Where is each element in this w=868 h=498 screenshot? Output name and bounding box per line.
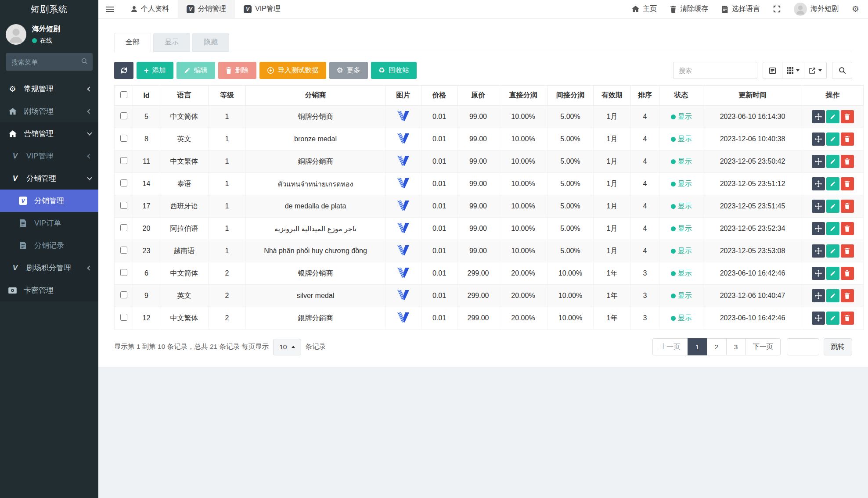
col-distributor[interactable]: 分销商 (246, 86, 385, 106)
col-status[interactable]: 状态 (659, 86, 703, 106)
row-delete-button[interactable] (841, 267, 854, 280)
row-checkbox[interactable] (120, 157, 127, 164)
sidebar-toggle-button[interactable] (98, 0, 122, 18)
sidebar-item-theater-points[interactable]: V 剧场积分管理 (0, 257, 98, 279)
status-badge[interactable]: 显示 (671, 291, 692, 301)
filter-tab-show[interactable]: 显示 (153, 33, 190, 52)
sidebar-item-vip-order[interactable]: VIP订单 (0, 212, 98, 234)
row-checkbox[interactable] (120, 247, 127, 254)
export-button[interactable] (804, 62, 827, 79)
row-move-button[interactable] (812, 267, 825, 280)
edit-button[interactable]: 编辑 (176, 62, 215, 79)
distributor-image[interactable] (397, 268, 409, 278)
page-button-1[interactable]: 1 (688, 338, 707, 355)
row-edit-button[interactable] (826, 110, 839, 123)
select-all-checkbox[interactable] (120, 91, 127, 98)
settings-button[interactable]: ⚙ (852, 5, 859, 13)
sidebar-item-vip[interactable]: V VIP管理 (0, 145, 98, 167)
status-badge[interactable]: 显示 (671, 202, 692, 211)
row-delete-button[interactable] (841, 312, 854, 325)
sidebar-item-general[interactable]: ⚙ 常规管理 (0, 78, 98, 100)
row-edit-button[interactable] (826, 133, 839, 146)
row-move-button[interactable] (812, 312, 825, 325)
col-image[interactable]: 图片 (385, 86, 421, 106)
sidebar-item-marketing[interactable]: 营销管理 (0, 122, 98, 145)
row-checkbox[interactable] (120, 135, 127, 142)
status-badge[interactable]: 显示 (671, 247, 692, 256)
add-button[interactable]: +添加 (137, 62, 173, 79)
page-jump-button[interactable]: 跳转 (824, 338, 852, 355)
row-checkbox[interactable] (120, 112, 127, 119)
distributor-image[interactable] (397, 290, 409, 300)
row-delete-button[interactable] (841, 289, 854, 302)
status-badge[interactable]: 显示 (671, 179, 692, 189)
language-select-link[interactable]: 选择语言 (721, 4, 760, 14)
clear-cache-link[interactable]: 清除缓存 (670, 4, 708, 14)
fullscreen-button[interactable] (773, 5, 781, 13)
row-checkbox[interactable] (120, 314, 127, 321)
col-direct-share[interactable]: 直接分润 (499, 86, 547, 106)
row-edit-button[interactable] (826, 289, 839, 302)
row-edit-button[interactable] (826, 267, 839, 280)
status-badge[interactable]: 显示 (671, 157, 692, 166)
row-checkbox[interactable] (120, 269, 127, 276)
row-delete-button[interactable] (841, 177, 854, 190)
row-move-button[interactable] (812, 200, 825, 213)
col-sort[interactable]: 排序 (631, 86, 659, 106)
row-move-button[interactable] (812, 155, 825, 168)
filter-tab-all[interactable]: 全部 (114, 33, 151, 52)
col-price[interactable]: 价格 (421, 86, 457, 106)
page-button-2[interactable]: 2 (707, 338, 727, 355)
prev-page-button[interactable]: 上一页 (652, 338, 688, 355)
detail-view-button[interactable] (763, 62, 782, 79)
col-updated[interactable]: 更新时间 (703, 86, 802, 106)
col-language[interactable]: 语言 (160, 86, 209, 106)
distributor-image[interactable] (397, 245, 409, 255)
page-jump-input[interactable] (787, 338, 819, 355)
row-edit-button[interactable] (826, 155, 839, 168)
row-checkbox[interactable] (120, 224, 127, 231)
col-original-price[interactable]: 原价 (457, 86, 499, 106)
distributor-image[interactable] (397, 201, 409, 211)
row-edit-button[interactable] (826, 312, 839, 325)
menu-search-input[interactable] (6, 53, 93, 71)
distributor-image[interactable] (397, 111, 409, 121)
row-delete-button[interactable] (841, 222, 854, 235)
row-move-button[interactable] (812, 110, 825, 123)
col-validity[interactable]: 有效期 (594, 86, 631, 106)
col-level[interactable]: 等级 (209, 86, 246, 106)
row-checkbox[interactable] (120, 291, 127, 298)
row-delete-button[interactable] (841, 133, 854, 146)
row-edit-button[interactable] (826, 177, 839, 190)
topbar-user[interactable]: 海外短剧 (794, 3, 839, 16)
sidebar-item-distribution-record[interactable]: 分销记录 (0, 234, 98, 257)
distributor-image[interactable] (397, 133, 409, 143)
tab-vip[interactable]: V VIP管理 (235, 0, 289, 18)
tab-distribution[interactable]: V 分销管理 (178, 0, 235, 18)
row-edit-button[interactable] (826, 200, 839, 213)
tab-profile[interactable]: 个人资料 (122, 0, 178, 18)
row-edit-button[interactable] (826, 244, 839, 258)
row-delete-button[interactable] (841, 155, 854, 168)
sidebar-item-card-key[interactable]: 卡密管理 (0, 279, 98, 301)
distributor-image[interactable] (397, 223, 409, 233)
row-move-button[interactable] (812, 177, 825, 190)
status-badge[interactable]: 显示 (671, 314, 692, 323)
row-checkbox[interactable] (120, 179, 127, 186)
status-badge[interactable]: 显示 (671, 112, 692, 122)
row-move-button[interactable] (812, 289, 825, 302)
distributor-image[interactable] (397, 178, 409, 188)
import-test-data-button[interactable]: 导入测试数据 (259, 62, 326, 79)
next-page-button[interactable]: 下一页 (746, 338, 781, 355)
more-button[interactable]: ⚙更多 (329, 62, 368, 79)
per-page-select[interactable]: 10 (273, 339, 301, 355)
row-delete-button[interactable] (841, 244, 854, 258)
row-move-button[interactable] (812, 244, 825, 258)
page-button-3[interactable]: 3 (726, 338, 746, 355)
delete-button[interactable]: 删除 (218, 62, 256, 79)
row-move-button[interactable] (812, 222, 825, 235)
sidebar-item-distribution-child[interactable]: V 分销管理 (0, 190, 98, 212)
row-checkbox[interactable] (120, 202, 127, 209)
row-delete-button[interactable] (841, 110, 854, 123)
row-delete-button[interactable] (841, 200, 854, 213)
